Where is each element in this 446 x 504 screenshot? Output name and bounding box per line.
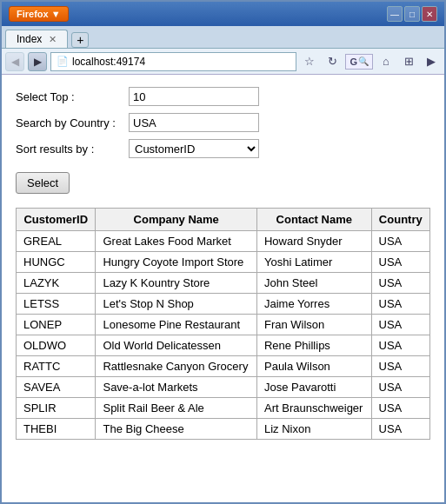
cell-contact: Paula Wilson xyxy=(256,356,371,377)
cell-company: Old World Delicatessen xyxy=(96,335,257,356)
select-top-input[interactable] xyxy=(129,87,259,106)
sort-results-label: Sort results by : xyxy=(16,143,129,156)
cell-country: USA xyxy=(371,231,429,252)
cell-company: Lazy K Kountry Store xyxy=(96,273,257,294)
cell-company: Let's Stop N Shop xyxy=(96,294,257,315)
cell-country: USA xyxy=(371,315,429,335)
col-header-customerid: CustomerID xyxy=(17,209,96,231)
reload-icon[interactable]: ↻ xyxy=(323,52,342,71)
select-button[interactable]: Select xyxy=(16,172,70,194)
table-row: LETSSLet's Stop N ShopJaime YorresUSA xyxy=(17,294,430,315)
table-body: GREALGreat Lakes Food MarketHoward Snyde… xyxy=(17,231,430,440)
cell-country: USA xyxy=(371,356,429,377)
google-logo: G xyxy=(349,56,356,67)
menu-icon[interactable]: ▶ xyxy=(422,52,441,71)
cell-company: The Big Cheese xyxy=(96,419,257,440)
col-header-country: Country xyxy=(371,209,429,231)
cell-company: Hungry Coyote Import Store xyxy=(96,252,257,273)
title-bar-left: Firefox ▼ xyxy=(9,6,69,22)
cell-id: OLDWO xyxy=(17,335,96,356)
cell-company: Rattlesnake Canyon Grocery xyxy=(96,356,257,377)
select-top-row: Select Top : xyxy=(16,87,430,106)
table-row: RATTCRattlesnake Canyon GroceryPaula Wil… xyxy=(17,356,430,377)
cell-id: GREAL xyxy=(17,231,96,252)
table-row: SPLIRSplit Rail Beer & AleArt Braunschwe… xyxy=(17,398,430,419)
minimize-button[interactable]: — xyxy=(387,6,403,22)
table-header: CustomerID Company Name Contact Name Cou… xyxy=(17,209,430,231)
cell-country: USA xyxy=(371,335,429,356)
home-icon[interactable]: ⌂ xyxy=(376,52,396,71)
col-header-companyname: Company Name xyxy=(96,209,257,231)
active-tab[interactable]: Index ✕ xyxy=(5,30,68,48)
cell-contact: Rene Phillips xyxy=(256,335,371,356)
search-by-country-row: Search by Country : xyxy=(16,113,430,132)
table-row: HUNGCHungry Coyote Import StoreYoshi Lat… xyxy=(17,252,430,273)
cell-contact: Jaime Yorres xyxy=(256,294,371,315)
firefox-button[interactable]: Firefox ▼ xyxy=(9,6,69,22)
cell-id: THEBI xyxy=(17,419,96,440)
cell-id: LAZYK xyxy=(17,273,96,294)
results-table: CustomerID Company Name Contact Name Cou… xyxy=(16,208,430,440)
maximize-button[interactable]: □ xyxy=(404,6,420,22)
cell-contact: John Steel xyxy=(256,273,371,294)
search-by-country-input[interactable] xyxy=(129,113,259,132)
cell-contact: Yoshi Latimer xyxy=(256,252,371,273)
sort-select-wrapper: CustomerID CompanyName ContactName Count… xyxy=(129,139,259,158)
title-bar: Firefox ▼ — □ ✕ xyxy=(2,2,444,26)
table-row: SAVEASave-a-lot MarketsJose PavarottiUSA xyxy=(17,377,430,398)
address-text: localhost:49174 xyxy=(72,56,145,68)
cell-country: USA xyxy=(371,398,429,419)
sort-results-select[interactable]: CustomerID CompanyName ContactName Count… xyxy=(129,139,259,158)
cell-contact: Jose Pavarotti xyxy=(256,377,371,398)
cell-country: USA xyxy=(371,294,429,315)
cell-contact: Liz Nixon xyxy=(256,419,371,440)
new-tab-button[interactable]: + xyxy=(71,32,89,48)
col-header-contactname: Contact Name xyxy=(256,209,371,231)
cell-company: Great Lakes Food Market xyxy=(96,231,257,252)
search-box-icon: 🔍 xyxy=(358,56,369,66)
cell-id: HUNGC xyxy=(17,252,96,273)
cell-id: SAVEA xyxy=(17,377,96,398)
title-bar-controls: — □ ✕ xyxy=(387,6,437,22)
window-frame: Firefox ▼ — □ ✕ Index ✕ + ◀ ▶ 📄 localhos… xyxy=(0,0,446,504)
cell-contact: Fran Wilson xyxy=(256,315,371,335)
cell-country: USA xyxy=(371,273,429,294)
cell-country: USA xyxy=(371,252,429,273)
cell-country: USA xyxy=(371,419,429,440)
cell-contact: Art Braunschweiger xyxy=(256,398,371,419)
more-tools-icon[interactable]: ⊞ xyxy=(399,52,418,71)
cell-id: RATTC xyxy=(17,356,96,377)
cell-id: LONEP xyxy=(17,315,96,335)
sort-results-row: Sort results by : CustomerID CompanyName… xyxy=(16,139,430,158)
address-bar: ◀ ▶ 📄 localhost:49174 ☆ ↻ G 🔍 ⌂ ⊞ ▶ xyxy=(2,49,444,75)
table-header-row: CustomerID Company Name Contact Name Cou… xyxy=(17,209,430,231)
tab-label: Index xyxy=(17,33,42,45)
firefox-label: Firefox xyxy=(17,9,49,19)
table-row: THEBIThe Big CheeseLiz NixonUSA xyxy=(17,419,430,440)
cell-company: Lonesome Pine Restaurant xyxy=(96,315,257,335)
content-area: Select Top : Search by Country : Sort re… xyxy=(2,75,444,502)
cell-contact: Howard Snyder xyxy=(256,231,371,252)
tab-close-icon[interactable]: ✕ xyxy=(49,34,57,45)
address-input[interactable]: 📄 localhost:49174 xyxy=(50,52,296,71)
table-row: LAZYKLazy K Kountry StoreJohn SteelUSA xyxy=(17,273,430,294)
select-top-label: Select Top : xyxy=(16,90,129,103)
cell-company: Split Rail Beer & Ale xyxy=(96,398,257,419)
cell-id: SPLIR xyxy=(17,398,96,419)
cell-country: USA xyxy=(371,377,429,398)
bookmark-star-icon[interactable]: ☆ xyxy=(300,52,319,71)
firefox-arrow: ▼ xyxy=(51,9,61,19)
forward-button[interactable]: ▶ xyxy=(28,52,47,71)
cell-company: Save-a-lot Markets xyxy=(96,377,257,398)
back-button[interactable]: ◀ xyxy=(5,52,24,71)
table-row: GREALGreat Lakes Food MarketHoward Snyde… xyxy=(17,231,430,252)
table-row: LONEPLonesome Pine RestaurantFran Wilson… xyxy=(17,315,430,335)
table-row: OLDWOOld World DelicatessenRene Phillips… xyxy=(17,335,430,356)
cell-id: LETSS xyxy=(17,294,96,315)
google-search-box[interactable]: G 🔍 xyxy=(345,54,373,70)
close-button[interactable]: ✕ xyxy=(422,6,437,22)
tab-bar: Index ✕ + xyxy=(2,26,444,49)
search-by-country-label: Search by Country : xyxy=(16,116,129,129)
